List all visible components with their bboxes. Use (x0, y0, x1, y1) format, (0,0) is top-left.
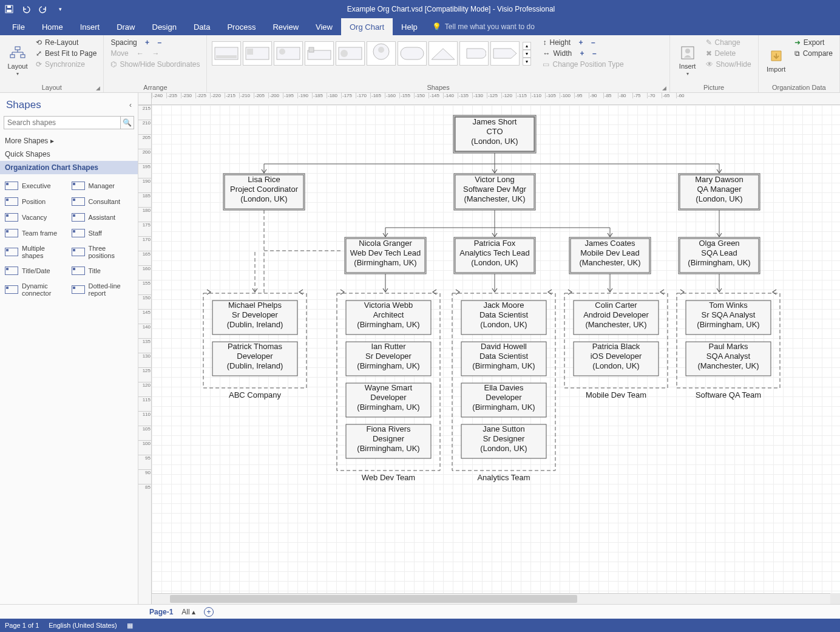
plus-icon[interactable]: + (145, 38, 149, 47)
export-button[interactable]: ➜Export (793, 38, 835, 47)
org-node[interactable]: Colin CarterAndroid Developer(Manchester… (574, 301, 659, 335)
tab-view[interactable]: View (307, 18, 341, 35)
org-node[interactable]: Patricia FoxAnalytics Tech Lead(London, … (454, 237, 535, 274)
org-node[interactable]: Patrick ThomasDeveloper(Dublin, Ireland) (212, 342, 297, 376)
org-node[interactable]: Fiona RiversDesigner(Birmingham, UK) (346, 424, 431, 458)
add-page-button[interactable]: + (204, 607, 214, 617)
stencil-title-date[interactable]: Title/Date (2, 263, 69, 279)
gallery-more-icon[interactable]: ▾ (523, 58, 531, 66)
drawing-canvas[interactable]: James ShortCTO(London, UK)Lisa RiceProje… (152, 105, 840, 593)
org-node[interactable]: David HowellData Scientist(Birmingham, U… (461, 342, 546, 376)
minus-icon[interactable]: – (157, 38, 161, 47)
gallery-down-icon[interactable]: ▾ (523, 50, 531, 58)
tab-design[interactable]: Design (144, 18, 185, 35)
stencil-manager[interactable]: Manager (69, 178, 136, 194)
qat-more-icon[interactable]: ▾ (55, 4, 66, 15)
insert-picture-button[interactable]: Insert ▾ (675, 38, 700, 83)
compare-button[interactable]: ⧉Compare (793, 49, 835, 58)
layout-button[interactable]: Layout ▾ (5, 38, 30, 83)
stencil-executive[interactable]: Executive (2, 178, 69, 194)
tab-help[interactable]: Help (393, 18, 426, 35)
shape-style-5[interactable] (336, 41, 365, 66)
width-button[interactable]: ↔Width + – (541, 49, 625, 58)
org-node[interactable]: Jack MooreData Scientist(London, UK) (461, 301, 546, 335)
org-node[interactable]: James ShortCTO(London, UK) (453, 115, 536, 153)
shape-style-9[interactable] (459, 41, 489, 66)
shape-style-7[interactable] (398, 41, 427, 66)
org-chart-shapes-button[interactable]: Organization Chart Shapes (0, 161, 138, 174)
stencil-title[interactable]: Title (69, 263, 136, 279)
synchronize-button[interactable]: ⟳Synchronize (34, 59, 98, 69)
shape-style-8[interactable] (428, 41, 458, 66)
org-node[interactable]: Tom WinksSr SQA Analyst(Birmingham, UK) (686, 301, 771, 335)
stencil-three-positions[interactable]: Three positions (69, 241, 136, 263)
shape-style-3[interactable] (274, 41, 303, 66)
undo-icon[interactable] (21, 4, 32, 15)
scrollbar-horizontal[interactable] (152, 593, 830, 604)
page-all-button[interactable]: All ▴ (181, 608, 195, 616)
tab-data[interactable]: Data (185, 18, 218, 35)
redo-icon[interactable] (38, 4, 49, 15)
org-node[interactable]: Michael PhelpsSr Developer(Dublin, Irela… (212, 301, 297, 335)
page-tab-1[interactable]: Page-1 (149, 608, 173, 616)
org-node[interactable]: Lisa RiceProject Coordinator(London, UK) (223, 174, 305, 210)
org-node[interactable]: Ella DaviesDeveloper(Birmingham, UK) (461, 383, 546, 417)
search-icon[interactable]: 🔍 (121, 116, 134, 129)
org-node[interactable]: Jane SuttonSr Designer(London, UK) (461, 424, 546, 458)
org-chart[interactable]: James ShortCTO(London, UK)Lisa RiceProje… (152, 105, 838, 542)
org-node[interactable]: James CoatesMobile Dev Lead(Manchester, … (569, 237, 651, 274)
minus-icon[interactable]: – (592, 49, 597, 58)
org-node[interactable]: Patricia BlackiOS Developer(London, UK) (574, 342, 659, 376)
plus-icon[interactable]: + (580, 49, 584, 58)
org-node[interactable]: Paul MarksSQA Analyst(Manchester, UK) (686, 342, 771, 376)
tell-me-search[interactable]: 💡Tell me what you want to do (432, 18, 535, 35)
org-node[interactable]: Ian RutterSr Developer(Birmingham, UK) (346, 342, 431, 376)
stencil-consultant[interactable]: Consultant (69, 194, 136, 209)
tab-file[interactable]: File (4, 18, 33, 35)
plus-icon[interactable]: + (579, 38, 583, 47)
tab-org-chart[interactable]: Org Chart (341, 18, 393, 35)
spacing-button[interactable]: Spacing + – (109, 38, 202, 47)
delete-picture-button[interactable]: ✖Delete (704, 49, 753, 58)
org-node[interactable]: Wayne SmartDeveloper(Birmingham, UK) (346, 383, 431, 417)
stencil-dotted-line-report[interactable]: Dotted-line report (69, 279, 136, 301)
scrollbar-thumb[interactable] (170, 595, 577, 603)
import-button[interactable]: Import (764, 38, 789, 83)
gallery-up-icon[interactable]: ▴ (523, 42, 531, 50)
stencil-team-frame[interactable]: Team frame (2, 225, 69, 241)
more-shapes-button[interactable]: More Shapes ▸ (0, 134, 138, 148)
stencil-multiple-shapes[interactable]: Multiple shapes (2, 241, 69, 263)
stencil-dynamic-connector[interactable]: Dynamic connector (2, 279, 69, 301)
stencil-position[interactable]: Position (2, 194, 69, 209)
change-picture-button[interactable]: ✎Change (704, 38, 753, 47)
dialog-launcher-icon[interactable]: ◢ (662, 85, 668, 91)
show-hide-sub-button[interactable]: ⌬Show/Hide Subordinates (109, 59, 202, 69)
move-button[interactable]: Move ← → (109, 49, 202, 58)
quick-shapes-button[interactable]: Quick Shapes (0, 148, 138, 161)
stencil-vacancy[interactable]: Vacancy (2, 209, 69, 225)
stencil-assistant[interactable]: Assistant (69, 209, 136, 225)
tab-process[interactable]: Process (218, 18, 264, 35)
shape-style-6[interactable] (367, 41, 396, 66)
best-fit-button[interactable]: ⤢Best Fit to Page (34, 49, 98, 58)
shape-style-2[interactable] (243, 41, 272, 66)
minus-icon[interactable]: – (591, 38, 595, 47)
org-node[interactable]: Mary DawsonQA Manager(London, UK) (679, 174, 760, 210)
stencil-staff[interactable]: Staff (69, 225, 136, 241)
dialog-launcher-icon[interactable]: ◢ (96, 85, 102, 91)
save-icon[interactable] (4, 4, 15, 15)
tab-insert[interactable]: Insert (72, 18, 109, 35)
org-node[interactable]: Victor LongSoftware Dev Mgr(Manchester, … (454, 174, 535, 210)
org-node[interactable]: Victoria WebbArchitect(Birmingham, UK) (346, 301, 431, 335)
height-button[interactable]: ↕Height + – (541, 38, 625, 47)
change-position-button[interactable]: ▭Change Position Type (541, 59, 625, 69)
shape-style-4[interactable] (305, 41, 334, 66)
tab-home[interactable]: Home (33, 18, 72, 35)
org-node[interactable]: Nicola GrangerWeb Dev Tech Lead(Birmingh… (345, 237, 426, 274)
shape-style-10[interactable] (490, 41, 520, 66)
search-input[interactable] (4, 116, 121, 129)
tab-review[interactable]: Review (264, 18, 307, 35)
shape-style-1[interactable] (212, 41, 241, 66)
macro-icon[interactable]: ▦ (127, 622, 133, 630)
tab-draw[interactable]: Draw (108, 18, 143, 35)
